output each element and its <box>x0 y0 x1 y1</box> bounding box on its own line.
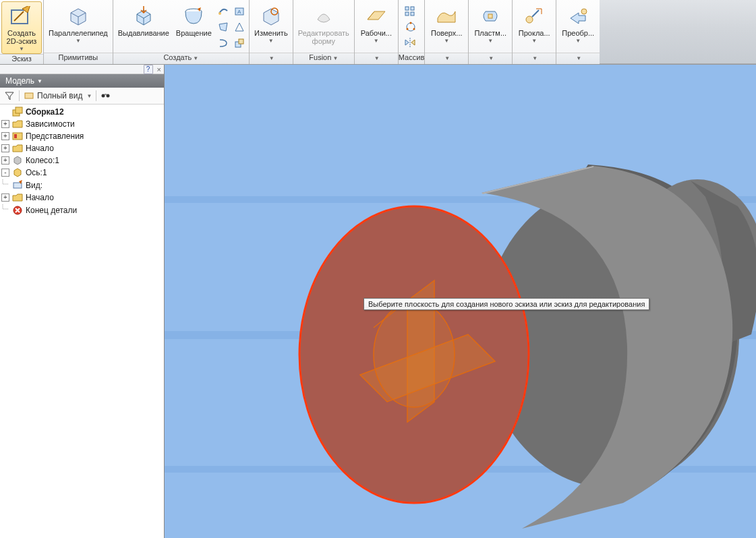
browser-toolbar: Полный вид ▼ <box>0 88 164 104</box>
extrude-button[interactable]: Выдавливание <box>115 1 173 53</box>
tree-expand-toggle[interactable]: + <box>1 144 9 152</box>
mirror-icon[interactable] <box>404 36 417 49</box>
tree-item-wheel[interactable]: +Колесо:1 <box>0 155 164 166</box>
rect-pattern-icon[interactable] <box>404 5 417 18</box>
part-icon <box>12 167 23 178</box>
tree-item-axis-origin[interactable]: +Начало <box>0 192 164 203</box>
assembly-icon <box>12 107 23 117</box>
view-mode-icon[interactable] <box>24 90 34 101</box>
coil-icon[interactable] <box>216 36 230 50</box>
create-mini-buttons-2: A <box>231 1 248 53</box>
group-label[interactable]: Fusion▼ <box>293 53 354 64</box>
svg-rect-25 <box>14 134 17 138</box>
view-mode-label[interactable]: Полный вид <box>37 91 82 100</box>
tree-expand-toggle[interactable]: + <box>1 132 9 140</box>
tree-expand-toggle[interactable]: + <box>1 193 9 202</box>
end-icon <box>12 205 23 216</box>
dropdown-arrow-icon: ▼ <box>37 78 42 84</box>
tree-item-origin[interactable]: +Начало <box>0 143 164 154</box>
convert-button[interactable]: Преобр... ▼ <box>558 1 598 53</box>
group-label[interactable]: ▼ <box>250 53 293 64</box>
sweep-icon[interactable] <box>216 4 230 18</box>
svg-rect-26 <box>13 183 22 188</box>
svg-point-17 <box>526 16 533 23</box>
modify-icon <box>260 5 283 28</box>
tree-item-end-of-part[interactable]: Конец детали <box>0 204 164 216</box>
tree-item-representations[interactable]: +Представления <box>0 131 164 142</box>
plastic-button[interactable]: Пластм... ▼ <box>470 1 511 53</box>
model-tree[interactable]: Сборка12+Зависимости+Представления+Начал… <box>0 104 164 538</box>
panel-top-bar: ? × <box>0 65 164 74</box>
view-icon <box>12 180 23 191</box>
derive-icon[interactable] <box>233 36 246 50</box>
part-grey-icon <box>12 155 23 166</box>
create-mini-buttons <box>215 1 231 53</box>
tree-item-label: Начало <box>26 144 54 153</box>
work-features-button[interactable]: Рабочи... ▼ <box>356 1 397 53</box>
group-label[interactable]: ▼ <box>469 53 512 64</box>
ribbon-group-harness: Прокла... ▼ ▼ <box>513 0 556 64</box>
group-label: Эскиз <box>0 54 43 64</box>
revolve-button[interactable]: Вращение <box>173 1 215 53</box>
dropdown-arrow-icon[interactable]: ▼ <box>86 93 92 99</box>
emboss-icon[interactable]: A <box>233 4 246 18</box>
box-primitive-button[interactable]: Параллелепипед ▼ <box>45 1 111 53</box>
group-label[interactable]: Создать▼ <box>113 53 249 64</box>
dropdown-arrow-icon[interactable]: ▼ <box>444 38 449 44</box>
dropdown-arrow-icon[interactable]: ▼ <box>76 38 81 44</box>
tree-item-constraints[interactable]: +Зависимости <box>0 119 164 129</box>
loft-icon[interactable] <box>216 20 230 34</box>
dropdown-arrow-icon[interactable]: ▼ <box>374 38 379 44</box>
panel-close-button[interactable]: × <box>157 65 161 73</box>
modify-button[interactable]: Изменить ▼ <box>251 1 291 53</box>
svg-point-20 <box>102 94 105 98</box>
harness-button[interactable]: Прокла... ▼ <box>514 1 554 53</box>
plane-icon <box>365 5 388 28</box>
tree-item-label: Представления <box>26 131 84 141</box>
circ-pattern-icon[interactable] <box>404 20 417 34</box>
tree-item-label: Колесо:1 <box>26 156 59 165</box>
tree-item-label: Ось:1 <box>26 168 47 177</box>
edit-form-button[interactable]: Редактировать форму <box>295 1 353 53</box>
label: Прокла... <box>519 29 550 37</box>
group-label[interactable]: ▼ <box>425 53 468 64</box>
svg-rect-11 <box>411 12 414 16</box>
group-label[interactable]: ▼ <box>355 53 398 64</box>
surface-button[interactable]: Поверх... ▼ <box>426 1 467 53</box>
find-icon[interactable] <box>100 90 111 101</box>
panel-title[interactable]: Модель ▼ <box>0 74 164 88</box>
ribbon-group-surface: Поверх... ▼ ▼ <box>425 0 469 64</box>
tree-item-view[interactable]: Вид: <box>0 179 164 191</box>
folder-icon <box>12 143 23 154</box>
filter-icon[interactable] <box>4 90 15 101</box>
3d-viewport[interactable]: Выберите плоскость для создания нового э… <box>165 65 756 538</box>
tree-root-assembly[interactable]: Сборка12 <box>0 107 164 117</box>
tree-expand-toggle[interactable]: + <box>1 156 9 165</box>
tree-item-axis[interactable]: -Ось:1 <box>0 167 164 178</box>
dropdown-arrow-icon[interactable]: ▼ <box>575 38 581 44</box>
svg-point-13 <box>409 22 411 24</box>
dropdown-arrow-icon[interactable]: ▼ <box>531 38 537 44</box>
group-label[interactable]: ▼ <box>513 53 556 64</box>
dropdown-arrow-icon[interactable]: ▼ <box>19 46 24 52</box>
tree-expand-toggle[interactable]: + <box>1 120 9 128</box>
surface-icon <box>435 5 458 28</box>
ribbon-group-plastic: Пластм... ▼ ▼ <box>469 0 513 64</box>
svg-rect-6 <box>239 39 243 44</box>
label: Параллелепипед <box>49 29 108 37</box>
svg-text:A: A <box>237 9 241 15</box>
svg-point-2 <box>219 12 221 15</box>
folder-icon <box>12 192 23 203</box>
rib-icon[interactable] <box>233 20 246 34</box>
create-2d-sketch-button[interactable]: Создать 2D-эскиз ▼ <box>1 1 42 54</box>
dropdown-arrow-icon[interactable]: ▼ <box>488 38 493 44</box>
panel-help-button[interactable]: ? <box>144 65 153 74</box>
group-label: Массив <box>399 53 424 64</box>
group-label[interactable]: ▼ <box>556 53 600 64</box>
label: Поверх... <box>431 29 463 37</box>
tree-expand-toggle[interactable]: - <box>1 169 9 177</box>
svg-point-21 <box>107 94 110 98</box>
dropdown-arrow-icon[interactable]: ▼ <box>268 38 274 44</box>
model-browser-panel: ? × Модель ▼ Полный вид ▼ Сборка12+Завис… <box>0 65 165 538</box>
label: Вращение <box>176 29 212 37</box>
